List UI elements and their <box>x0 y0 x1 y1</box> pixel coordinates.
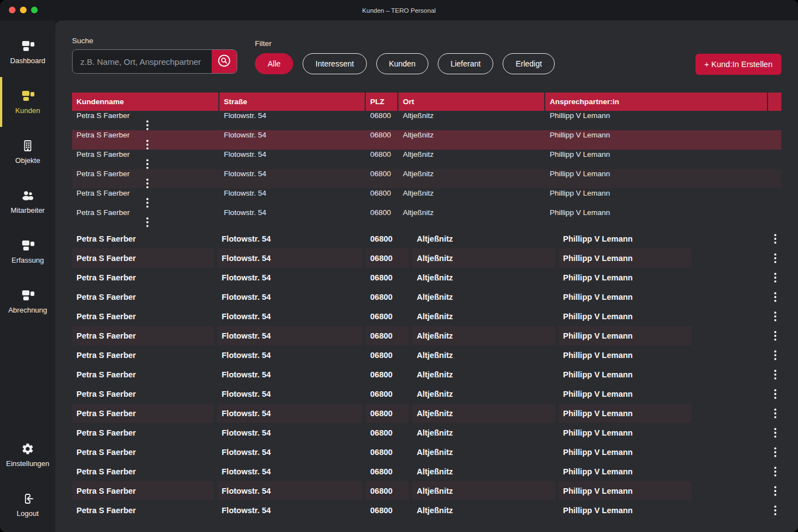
cell-ansprechpartner: Phillipp V Lemann <box>559 481 692 500</box>
sidebar-item-einstellungen[interactable]: Einstellungen <box>0 430 55 480</box>
cell-spacer <box>695 423 761 442</box>
sidebar-item-logout[interactable]: Logout <box>0 480 55 530</box>
cell-plz: 06800 <box>366 306 409 326</box>
table-row[interactable]: Petra S Faerber Flotowstr. 54 06800 Altj… <box>72 500 781 520</box>
sidebar-item-objekte[interactable]: Objekte <box>0 127 55 177</box>
row-menu-button[interactable] <box>76 217 218 227</box>
row-menu-button[interactable] <box>769 423 781 442</box>
row-menu-button[interactable] <box>769 481 781 500</box>
table-header: Kundenname Straße PLZ Ort Ansprechpartne… <box>72 93 781 111</box>
sidebar-item-kunden[interactable]: Kunden <box>0 77 55 127</box>
row-menu-button[interactable] <box>769 345 781 365</box>
sidebar-item-dashboard[interactable]: Dashboard <box>0 27 55 77</box>
column-header-actions <box>768 93 781 111</box>
filter-chip-lieferant[interactable]: Lieferant <box>438 53 493 74</box>
table-row[interactable]: Petra S Faerber Flotowstr. 54 06800 Altj… <box>72 481 781 500</box>
row-menu-button[interactable] <box>769 326 781 345</box>
cell-ansprechpartner: Phillipp V Lemann <box>559 229 692 248</box>
table-row[interactable]: Petra S Faerber Flotowstr. 54 06800 Altj… <box>72 423 781 442</box>
cell-plz: 06800 <box>366 169 397 178</box>
cell-ansprechpartner: Phillipp V Lemann <box>545 111 767 120</box>
row-menu-button[interactable] <box>76 158 218 169</box>
cell-kundenname: Petra S Faerber <box>72 150 218 158</box>
close-window-button[interactable] <box>9 7 16 13</box>
cell-kundenname: Petra S Faerber <box>72 462 214 481</box>
table-row[interactable]: Petra S Faerber Flotowstr. 54 06800 Altj… <box>72 111 781 130</box>
table-row[interactable]: Petra S Faerber Flotowstr. 54 06800 Altj… <box>72 442 781 462</box>
titlebar: Kunden – TERO Personal <box>0 0 798 21</box>
row-menu-button[interactable] <box>769 403 781 423</box>
table-row[interactable]: Petra S Faerber Flotowstr. 54 06800 Altj… <box>72 326 781 345</box>
table-row[interactable]: Petra S Faerber Flotowstr. 54 06800 Altj… <box>72 169 781 188</box>
main-panel: Suche Filter Alle Interessent Kunden Lie… <box>55 21 798 532</box>
cell-kundenname: Petra S Faerber <box>72 442 214 462</box>
cell-actions <box>72 120 218 130</box>
cell-kundenname: Petra S Faerber <box>72 423 214 442</box>
cell-kundenname: Petra S Faerber <box>72 403 214 423</box>
cell-kundenname: Petra S Faerber <box>72 188 218 197</box>
table-row[interactable]: Petra S Faerber Flotowstr. 54 06800 Altj… <box>72 268 781 287</box>
row-menu-button[interactable] <box>769 306 781 326</box>
app-window: Kunden – TERO Personal Dashboard Kunden … <box>0 0 798 532</box>
table-row[interactable]: Petra S Faerber Flotowstr. 54 06800 Altj… <box>72 130 781 150</box>
cell-kundenname: Petra S Faerber <box>72 500 214 520</box>
cell-ansprechpartner: Phillipp V Lemann <box>545 150 767 158</box>
sidebar-item-erfassung[interactable]: Erfassung <box>0 227 55 277</box>
dashboard-icon <box>21 39 34 53</box>
table-row[interactable]: Petra S Faerber Flotowstr. 54 06800 Altj… <box>72 384 781 403</box>
table-row[interactable]: Petra S Faerber Flotowstr. 54 06800 Altj… <box>72 403 781 423</box>
cell-ort: Altjeßnitz <box>412 481 555 500</box>
row-menu-button[interactable] <box>769 248 781 268</box>
cell-spacer <box>695 248 761 268</box>
cell-plz: 06800 <box>366 188 397 197</box>
table-row[interactable]: Petra S Faerber Flotowstr. 54 06800 Altj… <box>72 248 781 268</box>
search-button[interactable] <box>212 50 237 73</box>
kebab-icon <box>774 234 776 244</box>
table-row[interactable]: Petra S Faerber Flotowstr. 54 06800 Altj… <box>72 462 781 481</box>
search-input[interactable] <box>73 50 212 73</box>
cell-ort: Altjeßnitz <box>398 169 544 178</box>
column-header-strasse: Straße <box>219 93 365 111</box>
cell-actions <box>72 178 218 188</box>
table-row[interactable]: Petra S Faerber Flotowstr. 54 06800 Altj… <box>72 365 781 384</box>
sidebar-item-mitarbeiter[interactable]: Mitarbeiter <box>0 177 55 227</box>
table-row[interactable]: Petra S Faerber Flotowstr. 54 06800 Altj… <box>72 306 781 326</box>
row-menu-button[interactable] <box>769 287 781 306</box>
row-menu-button[interactable] <box>769 442 781 462</box>
cell-plz: 06800 <box>366 442 409 462</box>
filter-chip-erledigt[interactable]: Erledigt <box>503 53 554 74</box>
row-menu-button[interactable] <box>769 365 781 384</box>
filter-chip-kunden[interactable]: Kunden <box>376 53 428 74</box>
table-row[interactable]: Petra S Faerber Flotowstr. 54 06800 Altj… <box>72 345 781 365</box>
sidebar-item-abrechnung[interactable]: Abrechnung <box>0 277 55 326</box>
minimize-window-button[interactable] <box>20 7 27 13</box>
row-menu-button[interactable] <box>76 120 218 130</box>
traffic-lights <box>9 7 38 13</box>
zoom-window-button[interactable] <box>31 7 38 13</box>
table-row[interactable]: Petra S Faerber Flotowstr. 54 06800 Altj… <box>72 150 781 169</box>
cell-ort: Altjeßnitz <box>398 150 544 158</box>
row-menu-button[interactable] <box>769 500 781 520</box>
cell-ansprechpartner: Phillipp V Lemann <box>559 268 692 287</box>
table-row[interactable]: Petra S Faerber Flotowstr. 54 06800 Altj… <box>72 229 781 248</box>
cell-kundenname: Petra S Faerber <box>72 481 214 500</box>
filter-chip-interessent[interactable]: Interessent <box>303 53 366 74</box>
create-customer-button[interactable]: + Kund:In Erstellen <box>695 54 781 75</box>
row-menu-button[interactable] <box>769 462 781 481</box>
row-menu-button[interactable] <box>769 268 781 287</box>
cell-spacer <box>768 208 781 217</box>
cell-plz: 06800 <box>366 287 409 306</box>
kebab-icon <box>774 389 776 399</box>
row-menu-button[interactable] <box>769 229 781 248</box>
row-menu-button[interactable] <box>769 384 781 403</box>
table-row[interactable]: Petra S Faerber Flotowstr. 54 06800 Altj… <box>72 208 781 227</box>
row-menu-button[interactable] <box>76 139 218 150</box>
table-row[interactable]: Petra S Faerber Flotowstr. 54 06800 Altj… <box>72 188 781 208</box>
filter-chip-alle[interactable]: Alle <box>255 53 293 74</box>
table-row[interactable]: Petra S Faerber Flotowstr. 54 06800 Altj… <box>72 287 781 306</box>
cell-spacer <box>695 306 761 326</box>
window-title: Kunden – TERO Personal <box>362 7 436 14</box>
row-menu-button[interactable] <box>76 178 218 188</box>
row-menu-button[interactable] <box>76 197 218 208</box>
cell-strasse: Flotowstr. 54 <box>219 130 365 139</box>
